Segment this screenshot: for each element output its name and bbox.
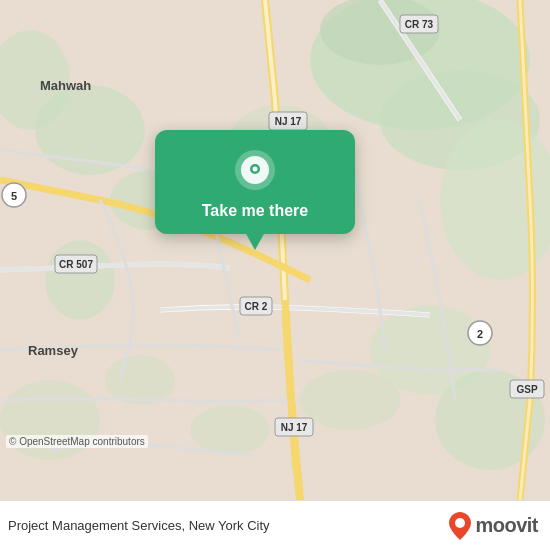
svg-point-37 — [253, 167, 258, 172]
svg-text:CR 73: CR 73 — [405, 19, 434, 30]
moovit-pin-icon — [449, 512, 471, 540]
svg-point-11 — [190, 405, 270, 455]
copyright-text: © OpenStreetMap contributors — [6, 435, 148, 448]
svg-text:NJ 17: NJ 17 — [281, 422, 308, 433]
svg-text:CR 507: CR 507 — [59, 259, 93, 270]
svg-text:GSP: GSP — [516, 384, 537, 395]
map-container: CR 73 CR 507 CR 2 NJ 17 NJ 17 GSP 5 2 Ma… — [0, 0, 550, 500]
popup-card[interactable]: Take me there — [155, 130, 355, 234]
bottom-bar: Project Management Services, New York Ci… — [0, 500, 550, 550]
svg-text:CR 2: CR 2 — [245, 301, 268, 312]
svg-text:Mahwah: Mahwah — [40, 78, 91, 93]
svg-text:Ramsey: Ramsey — [28, 343, 79, 358]
svg-text:5: 5 — [11, 190, 17, 202]
moovit-logo: moovit — [449, 512, 538, 540]
svg-text:2: 2 — [477, 328, 483, 340]
location-pin-icon — [233, 148, 277, 192]
svg-point-9 — [45, 240, 115, 320]
svg-point-38 — [455, 518, 465, 528]
svg-text:NJ 17: NJ 17 — [275, 116, 302, 127]
location-text: Project Management Services, New York Ci… — [8, 518, 270, 533]
svg-point-10 — [105, 355, 175, 405]
take-me-there-label: Take me there — [202, 202, 308, 220]
moovit-text: moovit — [475, 514, 538, 537]
map-background: CR 73 CR 507 CR 2 NJ 17 NJ 17 GSP 5 2 Ma… — [0, 0, 550, 500]
svg-point-15 — [0, 380, 100, 460]
